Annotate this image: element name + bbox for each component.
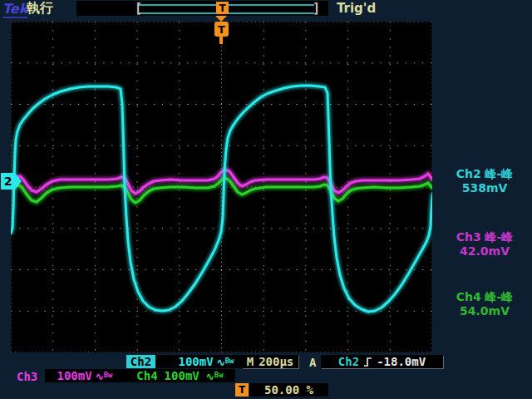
run-status: 執行 — [27, 1, 53, 16]
timebase-readout: M 200µs — [242, 355, 298, 368]
timebase-label: M — [247, 355, 254, 368]
trigger-status: Trig'd — [337, 1, 376, 16]
waveform-display — [11, 22, 432, 352]
record-window-right-bracket: ] — [313, 1, 320, 16]
rising-edge-icon — [363, 357, 372, 367]
ch3-scale-readout: 100mV ∿Bw — [45, 369, 125, 382]
measurement-ch2-peak-to-peak: Ch2 峰-峰 538mV — [439, 167, 530, 195]
trigger-mode-label: A — [309, 356, 316, 369]
trigger-level: -18.0mV — [377, 355, 426, 368]
ch2-ground-marker: 2 — [1, 173, 22, 190]
horizontal-position-icon: T — [235, 383, 249, 397]
trigger-source: Ch2 — [338, 355, 359, 368]
ch3-coupling-icon: ∿Bw — [96, 369, 113, 382]
trigger-readout: Ch2 -18.0mV — [321, 355, 443, 368]
trigger-position-arrow-icon — [215, 16, 227, 22]
measurement-value: 42.0mV — [439, 244, 530, 259]
ch2-ground-marker-tip-icon — [15, 173, 22, 190]
tek-logo: Tek — [2, 1, 27, 18]
horizontal-position-readout: 50.00 % — [249, 383, 328, 397]
record-trigger-position-marker: T — [216, 2, 229, 14]
measurement-ch4-peak-to-peak: Ch4 峰-峰 54.0mV — [439, 290, 530, 318]
trigger-position-flag: T — [214, 22, 229, 37]
ch3-channel-label: Ch3 — [17, 370, 37, 383]
trigger-flag-stem — [219, 37, 223, 44]
measurement-ch3-peak-to-peak: Ch3 峰-峰 42.0mV — [439, 230, 530, 259]
measurement-title: Ch2 峰-峰 — [439, 167, 530, 181]
ch4-coupling-icon: ∿Bw — [206, 369, 224, 382]
record-window-left-bracket: [ — [135, 1, 142, 16]
oscilloscope-screen: Tek 執行 Trig'd [ ] T T 2 Ch2 峰-峰 538mV Ch… — [0, 0, 532, 399]
ch2-channel-badge: Ch2 — [126, 355, 155, 368]
measurement-value: 538mV — [439, 181, 530, 195]
measurement-value: 54.0mV — [439, 304, 530, 318]
record-view-bar: [ ] T — [76, 1, 328, 16]
ch2-coupling-icon: ∿Bw — [217, 355, 234, 368]
measurement-title: Ch3 峰-峰 — [439, 230, 530, 244]
ch4-scale-readout: Ch4 100mV ∿Bw — [125, 369, 235, 382]
ch4-channel-label: Ch4 — [136, 369, 157, 382]
timebase-value: 200µs — [259, 355, 293, 368]
measurement-title: Ch4 峰-峰 — [439, 290, 530, 304]
